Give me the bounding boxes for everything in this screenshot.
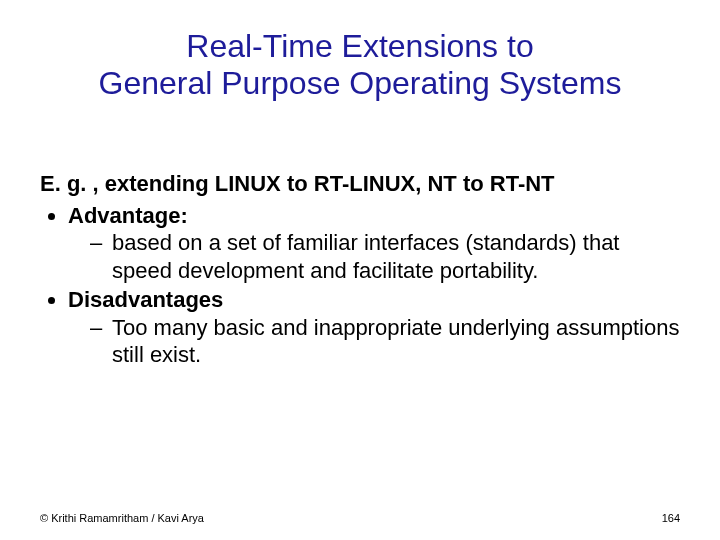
disadvantage-item: Too many basic and inappropriate underly… xyxy=(90,314,680,369)
advantage-label: Advantage: xyxy=(68,203,188,228)
slide-title: Real-Time Extensions to General Purpose … xyxy=(0,0,720,102)
title-line-1: Real-Time Extensions to xyxy=(186,28,533,64)
bullet-list: Advantage: based on a set of familiar in… xyxy=(40,202,680,369)
slide-content: E. g. , extending LINUX to RT-LINUX, NT … xyxy=(40,170,680,371)
page-number: 164 xyxy=(662,512,680,524)
slide: Real-Time Extensions to General Purpose … xyxy=(0,0,720,540)
disadvantage-sublist: Too many basic and inappropriate underly… xyxy=(68,314,680,369)
advantage-item: based on a set of familiar interfaces (s… xyxy=(90,229,680,284)
footer-credit: © Krithi Ramamritham / Kavi Arya xyxy=(40,512,204,524)
bullet-advantage: Advantage: based on a set of familiar in… xyxy=(68,202,680,285)
title-line-2: General Purpose Operating Systems xyxy=(99,65,622,101)
bullet-disadvantage: Disadvantages Too many basic and inappro… xyxy=(68,286,680,369)
example-line: E. g. , extending LINUX to RT-LINUX, NT … xyxy=(40,170,680,198)
disadvantage-label: Disadvantages xyxy=(68,287,223,312)
advantage-sublist: based on a set of familiar interfaces (s… xyxy=(68,229,680,284)
